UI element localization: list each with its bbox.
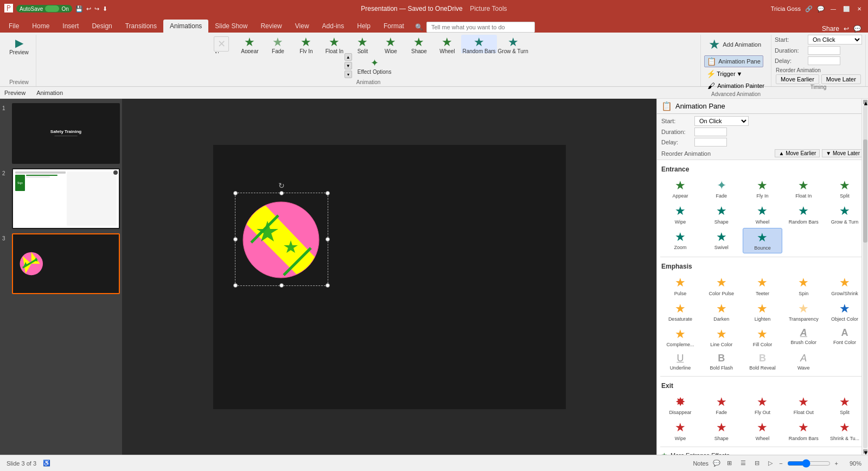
duration-input[interactable] [808, 46, 840, 55]
gallery-fly-out[interactable]: ★ Fly Out [743, 393, 783, 417]
anim-split[interactable]: ★ Split [348, 35, 376, 53]
preview-button[interactable]: ▶ Preview [5, 35, 33, 57]
gallery-float-out[interactable]: ★ Float Out [783, 393, 824, 417]
scroll-thumb[interactable] [863, 139, 867, 243]
more-entrance-effects[interactable]: ★ More Entrance Effects... [657, 449, 868, 455]
pane-duration-input[interactable] [694, 128, 727, 136]
gallery-zoom[interactable]: ★ Zoom [660, 228, 700, 253]
undo-icon[interactable]: ↩ [86, 5, 91, 12]
handle-tl[interactable] [233, 191, 238, 195]
anim-shape[interactable]: ★ Shape [405, 35, 433, 53]
tab-help[interactable]: Help [350, 20, 377, 33]
anim-appear[interactable]: ★ Appear [235, 35, 264, 53]
close-btn[interactable]: ✕ [855, 4, 864, 13]
zoom-slider[interactable] [787, 459, 831, 468]
scroll-down-arrow[interactable]: ▼ [863, 449, 867, 454]
tab-animations[interactable]: Animations [163, 20, 208, 33]
gallery-object-color[interactable]: ★ Object Color [825, 300, 865, 324]
anim-none[interactable]: ✕ None [207, 35, 235, 53]
notes-button[interactable]: Notes [693, 460, 709, 467]
anim-grow-turn[interactable]: ★ Grow & Turn [497, 35, 529, 53]
anim-random-bars[interactable]: ★ Random Bars [461, 35, 496, 53]
normal-view-btn[interactable]: ⊞ [725, 459, 734, 468]
search-input[interactable] [426, 22, 535, 33]
pane-start-select[interactable]: On Click With Previous After Previous [694, 116, 749, 126]
anim-wheel[interactable]: ★ Wheel [433, 35, 461, 53]
comment-icon[interactable]: 💬 [713, 460, 720, 467]
rotate-handle-icon[interactable]: ↻ [278, 181, 285, 190]
add-animation-button[interactable]: ★ Add Animation [704, 35, 765, 54]
handle-tr[interactable] [326, 191, 330, 195]
anim-fade[interactable]: ★ Fade [264, 35, 292, 53]
scroll-track[interactable] [863, 105, 867, 448]
anim-scroll-down[interactable]: ▼ [344, 62, 352, 69]
gallery-random-bars[interactable]: ★ Random Bars [783, 202, 824, 226]
autosave-toggle[interactable] [45, 5, 59, 12]
gallery-complement[interactable]: ★ Compleme... [660, 325, 700, 349]
reading-view-btn[interactable]: ▷ [766, 459, 775, 468]
gallery-darken[interactable]: ★ Darken [701, 300, 742, 324]
gallery-brush-color[interactable]: A Brush Color [783, 325, 824, 349]
gallery-appear[interactable]: ★ Appear [660, 176, 700, 201]
zoom-level[interactable]: 90% [843, 460, 861, 467]
minimize-btn[interactable]: — [829, 4, 838, 13]
autosave-badge[interactable]: AutoSave On [16, 5, 72, 12]
anim-wipe[interactable]: ★ Wipe [376, 35, 405, 53]
anim-fly-in[interactable]: ★ Fly In [292, 35, 320, 53]
gallery-wipe[interactable]: ★ Wipe [660, 202, 700, 226]
effect-options-button[interactable]: ✦ Effect Options [355, 55, 394, 77]
tab-design[interactable]: Design [85, 20, 118, 33]
gallery-wave[interactable]: A Wave [783, 351, 824, 373]
gallery-bold-reveal[interactable]: B Bold Reveal [743, 351, 783, 373]
slide-preview-2[interactable]: Sign [12, 168, 120, 229]
gallery-fade-out[interactable]: ★ Fade [701, 393, 742, 417]
handle-ml[interactable] [233, 237, 238, 241]
gallery-teeter[interactable]: ★ Teeter [743, 273, 783, 298]
slide-thumb-3[interactable]: 3 [2, 233, 120, 294]
gallery-wheel[interactable]: ★ Wheel [743, 202, 783, 226]
tab-home[interactable]: Home [25, 20, 56, 33]
gallery-desaturate[interactable]: ★ Desaturate [660, 300, 700, 324]
move-later-pane-btn[interactable]: ▼ Move Later [822, 149, 864, 157]
gallery-float-in[interactable]: ★ Float In [783, 176, 824, 201]
anim-scroll-up[interactable]: ▲ [344, 53, 352, 61]
handle-bl[interactable] [233, 283, 238, 288]
move-earlier-pane-btn[interactable]: ▲ Move Earlier [775, 149, 820, 157]
gallery-shrink-turn[interactable]: ★ Shrink & Tu... [825, 418, 865, 443]
gallery-disappear[interactable]: ✸ Disappear [660, 393, 700, 417]
gallery-underline[interactable]: U Underline [660, 351, 700, 373]
comments-ribbon-icon[interactable]: 💬 [853, 25, 861, 33]
gallery-wipe-out[interactable]: ★ Wipe [660, 418, 700, 443]
comments-icon[interactable]: 💬 [817, 5, 825, 12]
gallery-transparency[interactable]: ★ Transparency [783, 300, 824, 324]
restore-btn[interactable]: ⬜ [842, 4, 851, 13]
slide-preview-3[interactable] [12, 233, 120, 294]
tab-transitions[interactable]: Transitions [119, 20, 163, 33]
gallery-grow-turn[interactable]: ★ Grow & Turn [825, 202, 865, 226]
gallery-wheel-out[interactable]: ★ Wheel [743, 418, 783, 443]
redo-icon[interactable]: ↪ [94, 5, 99, 12]
scroll-up-arrow[interactable]: ▲ [863, 100, 867, 104]
move-earlier-button[interactable]: Move Earlier [776, 74, 819, 84]
tab-format[interactable]: Format [377, 20, 411, 33]
gallery-fill-color[interactable]: ★ Fill Color [743, 325, 783, 349]
gallery-font-color[interactable]: A Font Color [825, 325, 865, 349]
tab-review[interactable]: Review [254, 20, 288, 33]
handle-br[interactable] [326, 283, 330, 288]
handle-mr[interactable] [326, 237, 330, 241]
gallery-line-color[interactable]: ★ Line Color [701, 325, 742, 349]
gallery-fly-in[interactable]: ★ Fly In [743, 176, 783, 201]
animation-painter-button[interactable]: 🖌 Animation Painter [704, 80, 768, 91]
start-select[interactable]: On Click With Previous After Previous [808, 35, 862, 44]
outline-view-btn[interactable]: ☰ [738, 459, 748, 468]
gallery-swivel[interactable]: ★ Swivel [701, 228, 742, 253]
gallery-shape-out[interactable]: ★ Shape [701, 418, 742, 443]
gallery-split[interactable]: ★ Split [825, 176, 865, 201]
anim-scroll-more[interactable]: ▾ [344, 71, 352, 78]
tab-addins[interactable]: Add-ins [316, 20, 351, 33]
gallery-color-pulse[interactable]: ★ Color Pulse [701, 273, 742, 298]
tab-view[interactable]: View [289, 20, 316, 33]
tab-file[interactable]: File [2, 20, 25, 33]
gallery-shape[interactable]: ★ Shape [701, 202, 742, 226]
tab-slideshow[interactable]: Slide Show [208, 20, 254, 33]
